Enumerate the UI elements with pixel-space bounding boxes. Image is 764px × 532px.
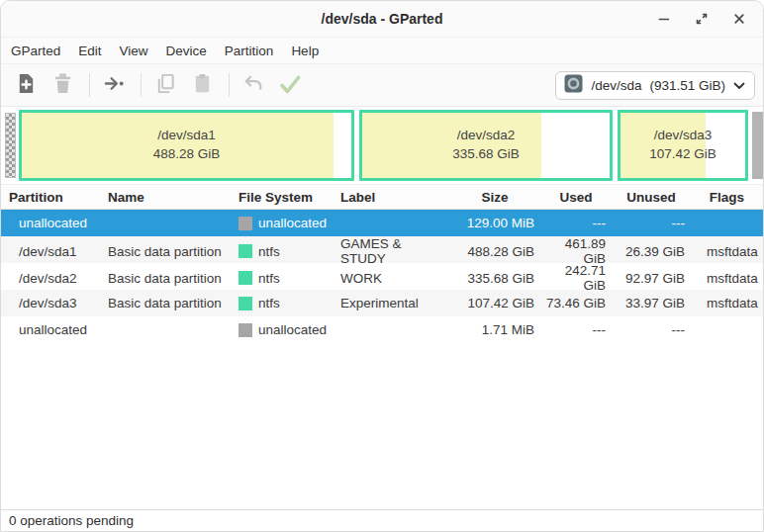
menu-gparted[interactable]: GParted bbox=[2, 41, 69, 61]
close-button[interactable] bbox=[727, 7, 751, 31]
delete-partition-button[interactable] bbox=[46, 69, 79, 101]
copy-button[interactable] bbox=[148, 69, 182, 101]
cell-flags: msftdata bbox=[691, 244, 763, 259]
resize-move-icon bbox=[103, 72, 126, 98]
cell-partition: unallocated bbox=[1, 216, 100, 230]
toolbar-separator bbox=[89, 73, 90, 97]
minimize-icon bbox=[656, 11, 672, 27]
toolbar-separator bbox=[229, 73, 230, 97]
table-row-sda2[interactable]: /dev/sda2 Basic data partition ntfs WORK… bbox=[1, 263, 763, 290]
cell-unused: --- bbox=[612, 216, 691, 230]
cell-size: 107.42 GiB bbox=[449, 296, 540, 310]
copy-icon bbox=[154, 72, 177, 98]
gparted-window: /dev/sda - GParted bbox=[0, 0, 764, 532]
header-file-system[interactable]: File System bbox=[231, 190, 333, 205]
paste-icon bbox=[191, 72, 214, 98]
apply-check-icon bbox=[278, 72, 302, 99]
status-bar: 0 operations pending bbox=[1, 509, 763, 531]
filesystem-swatch bbox=[239, 271, 252, 285]
close-icon bbox=[731, 11, 747, 27]
cell-name: Basic data partition bbox=[100, 296, 231, 310]
maximize-icon bbox=[694, 11, 710, 27]
toolbar-separator bbox=[141, 73, 142, 97]
menu-edit[interactable]: Edit bbox=[69, 41, 110, 61]
new-partition-button[interactable] bbox=[9, 69, 43, 101]
filesystem-swatch bbox=[239, 217, 252, 230]
segment-sda2[interactable]: /dev/sda2 335.68 GiB bbox=[359, 110, 613, 181]
cell-label: WORK bbox=[333, 271, 449, 286]
cell-partition: unallocated bbox=[1, 322, 100, 337]
cell-used: 242.71 GiB bbox=[540, 263, 612, 293]
table-row-sda1[interactable]: /dev/sda1 Basic data partition ntfs GAME… bbox=[1, 236, 763, 263]
cell-name: Basic data partition bbox=[100, 244, 231, 259]
chevron-down-icon bbox=[733, 78, 745, 93]
table-empty-area bbox=[1, 343, 763, 509]
cell-used: 461.89 GiB bbox=[540, 236, 612, 266]
resize-move-button[interactable] bbox=[97, 69, 131, 101]
table-row-unallocated-1[interactable]: unallocated unallocated 129.00 MiB --- -… bbox=[1, 210, 763, 236]
cell-size: 335.68 GiB bbox=[449, 271, 540, 286]
header-size[interactable]: Size bbox=[449, 190, 540, 205]
segment-size: 335.68 GiB bbox=[452, 145, 520, 164]
segment-name: /dev/sda1 bbox=[153, 127, 221, 145]
filesystem-swatch bbox=[239, 244, 252, 258]
window-title: /dev/sda - GParted bbox=[1, 11, 763, 27]
cell-flags: msftdata bbox=[691, 296, 763, 310]
menu-help[interactable]: Help bbox=[282, 41, 328, 61]
maximize-button[interactable] bbox=[690, 7, 714, 31]
segment-name: /dev/sda2 bbox=[452, 127, 520, 145]
header-partition[interactable]: Partition bbox=[1, 190, 100, 205]
undo-button[interactable] bbox=[237, 69, 270, 101]
device-path: /dev/sda bbox=[591, 78, 641, 93]
cell-unused: 33.97 GiB bbox=[612, 296, 691, 310]
window-controls bbox=[652, 7, 763, 31]
cell-file-system: unallocated bbox=[231, 322, 333, 337]
cell-file-system: ntfs bbox=[231, 244, 333, 259]
unallocated-start-segment[interactable] bbox=[5, 113, 16, 178]
cell-name: Basic data partition bbox=[100, 271, 231, 286]
titlebar: /dev/sda - GParted bbox=[1, 1, 763, 38]
cell-partition: /dev/sda2 bbox=[1, 271, 100, 286]
disk-visual-panel: /dev/sda1 488.28 GiB /dev/sda2 335.68 Gi… bbox=[1, 107, 763, 184]
table-row-unallocated-2[interactable]: unallocated unallocated 1.71 MiB --- --- bbox=[1, 316, 763, 343]
cell-size: 1.71 MiB bbox=[449, 322, 540, 337]
table-row-sda3[interactable]: /dev/sda3 Basic data partition ntfs Expe… bbox=[1, 290, 763, 316]
filesystem-swatch bbox=[239, 323, 252, 337]
cell-unused: 92.97 GiB bbox=[612, 271, 691, 286]
menu-partition[interactable]: Partition bbox=[216, 41, 283, 61]
menu-device[interactable]: Device bbox=[157, 41, 216, 61]
paste-button[interactable] bbox=[185, 69, 219, 101]
new-partition-icon bbox=[15, 72, 38, 98]
cell-partition: /dev/sda1 bbox=[1, 244, 100, 259]
cell-file-system: ntfs bbox=[231, 296, 333, 310]
cell-used: 73.46 GiB bbox=[540, 296, 612, 310]
header-flags[interactable]: Flags bbox=[691, 190, 763, 205]
cell-unused: 26.39 GiB bbox=[612, 244, 691, 259]
cell-used: --- bbox=[540, 322, 612, 337]
minimize-button[interactable] bbox=[652, 7, 676, 31]
apply-button[interactable] bbox=[273, 69, 307, 101]
unallocated-end-segment[interactable] bbox=[752, 112, 763, 179]
header-label[interactable]: Label bbox=[333, 190, 449, 205]
cell-flags: msftdata bbox=[691, 271, 763, 286]
disk-drive-icon bbox=[564, 74, 583, 96]
header-used[interactable]: Used bbox=[540, 190, 612, 205]
segment-size: 107.42 GiB bbox=[649, 145, 716, 164]
cell-label: GAMES & STUDY bbox=[333, 236, 449, 266]
menu-bar: GParted Edit View Device Partition Help bbox=[1, 38, 763, 64]
segment-sda3[interactable]: /dev/sda3 107.42 GiB bbox=[618, 110, 748, 181]
cell-used: --- bbox=[540, 216, 612, 230]
device-selector[interactable]: /dev/sda (931.51 GiB) bbox=[555, 71, 755, 100]
operations-pending-text: 0 operations pending bbox=[9, 513, 134, 528]
cell-unused: --- bbox=[612, 322, 691, 337]
cell-label: Experimental bbox=[333, 296, 449, 310]
header-name[interactable]: Name bbox=[100, 190, 231, 205]
cell-size: 488.28 GiB bbox=[449, 244, 540, 259]
menu-view[interactable]: View bbox=[111, 41, 157, 61]
segment-sda1[interactable]: /dev/sda1 488.28 GiB bbox=[19, 110, 354, 181]
header-unused[interactable]: Unused bbox=[612, 190, 691, 205]
cell-partition: /dev/sda3 bbox=[1, 296, 100, 310]
device-size: (931.51 GiB) bbox=[649, 78, 725, 93]
filesystem-swatch bbox=[239, 297, 252, 310]
segment-size: 488.28 GiB bbox=[153, 145, 221, 164]
